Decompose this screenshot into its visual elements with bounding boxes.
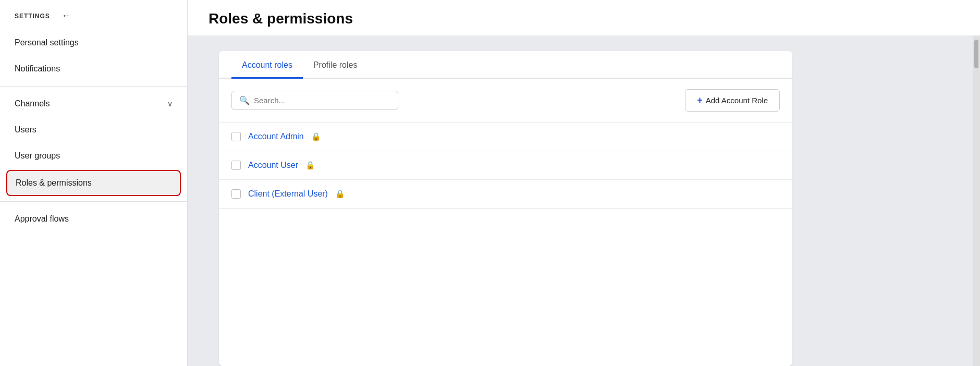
sidebar-item-label: Personal settings (15, 38, 79, 47)
sidebar-item-label: Channels (15, 99, 50, 108)
add-account-role-button[interactable]: + Add Account Role (685, 89, 780, 112)
sidebar-divider-2 (0, 201, 187, 202)
sidebar-item-label: Notifications (15, 64, 60, 74)
page-title: Roles & permissions (209, 10, 959, 27)
roles-list: Account Admin 🔒 Account User 🔒 Client (E… (219, 123, 792, 209)
sidebar-nav: Personal settings Notifications Channels… (0, 30, 187, 366)
sidebar-item-personal-settings[interactable]: Personal settings (0, 30, 187, 56)
sidebar-item-users[interactable]: Users (0, 117, 187, 143)
sidebar-item-label: User groups (15, 151, 60, 161)
sidebar-header: SETTINGS ← (0, 0, 187, 30)
add-role-label: Add Account Role (706, 96, 768, 105)
sidebar-item-user-groups[interactable]: User groups (0, 143, 187, 169)
settings-label: SETTINGS (15, 13, 50, 20)
sidebar-item-label: Users (15, 125, 36, 135)
lock-icon: 🔒 (305, 161, 315, 170)
sidebar-divider-1 (0, 86, 187, 87)
search-box[interactable]: 🔍 (231, 91, 398, 110)
role-row[interactable]: Account Admin 🔒 (219, 123, 792, 151)
role-name-client-external: Client (External User) (248, 189, 328, 199)
sidebar-item-channels[interactable]: Channels ∨ (0, 91, 187, 117)
lock-icon: 🔒 (311, 132, 321, 141)
sidebar-item-label: Approval flows (15, 214, 69, 224)
role-name-account-admin: Account Admin (248, 132, 304, 141)
sidebar-item-roles-permissions[interactable]: Roles & permissions (6, 170, 181, 196)
scroll-thumb[interactable] (974, 40, 978, 68)
role-checkbox-client-external[interactable] (231, 189, 241, 199)
search-input[interactable] (254, 96, 390, 105)
sidebar-item-approval-flows[interactable]: Approval flows (0, 206, 187, 232)
back-button[interactable]: ← (58, 9, 74, 22)
tab-profile-roles[interactable]: Profile roles (303, 51, 368, 79)
role-checkbox-account-user[interactable] (231, 161, 241, 170)
role-row[interactable]: Client (External User) 🔒 (219, 180, 792, 209)
lock-icon: 🔒 (335, 189, 345, 199)
role-row[interactable]: Account User 🔒 (219, 151, 792, 180)
chevron-down-icon: ∨ (167, 100, 173, 108)
role-checkbox-account-admin[interactable] (231, 132, 241, 141)
toolbar: 🔍 + Add Account Role (219, 79, 792, 123)
sidebar: SETTINGS ← Personal settings Notificatio… (0, 0, 188, 366)
tabs-container: Account roles Profile roles (219, 51, 792, 79)
role-name-account-user: Account User (248, 161, 298, 170)
scrollbar[interactable] (973, 35, 980, 366)
sidebar-item-notifications[interactable]: Notifications (0, 56, 187, 82)
roles-card: Account roles Profile roles 🔍 + Add Acco… (219, 51, 792, 366)
page-header: Roles & permissions (188, 0, 980, 35)
search-icon: 🔍 (239, 95, 250, 105)
sidebar-item-label: Roles & permissions (16, 178, 92, 188)
tab-account-roles[interactable]: Account roles (231, 51, 303, 79)
plus-icon: + (697, 95, 703, 106)
